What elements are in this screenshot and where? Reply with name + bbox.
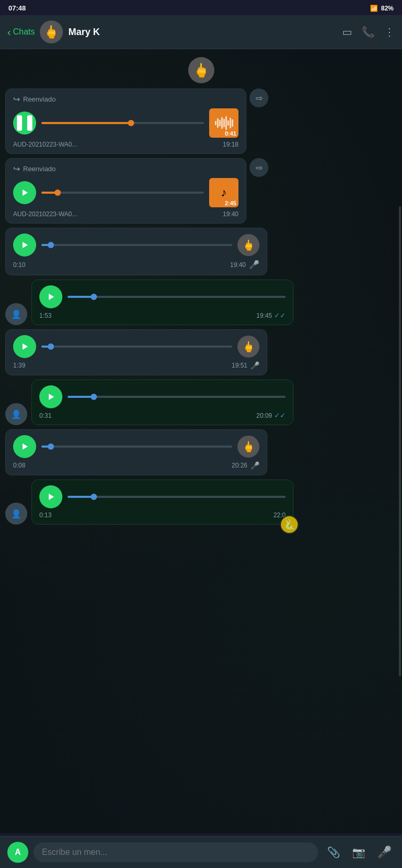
contact-name: Mary K <box>68 27 337 38</box>
signal-icon: 📶 <box>370 5 378 12</box>
forward-arrow-icon-1: ↪ <box>13 94 20 104</box>
audio-bubble-7: 🖕 0:08 20:26 🎤 <box>5 429 267 475</box>
menu-icon[interactable]: ⋮ <box>384 26 395 38</box>
progress-bar-6[interactable] <box>68 396 286 398</box>
mic-icon-7: 🎤 <box>251 461 259 470</box>
forwarded-label-2: ↪ Reenviado <box>13 164 238 174</box>
svg-rect-0 <box>17 115 22 130</box>
forward-icon-1: ⇨ <box>256 93 263 103</box>
contact-avatar-3: 🖕 <box>237 234 259 256</box>
progress-bar-5[interactable] <box>41 346 232 348</box>
audio-controls-2: ♪ 2:45 <box>13 178 238 207</box>
message-row-2: ↪ Reenviado ♪ 2:45 AUD-20210223-WA0... 1… <box>5 158 397 224</box>
msg-time-5: 19:51 <box>232 362 247 369</box>
progress-fill-4 <box>68 296 94 298</box>
progress-bar-2[interactable] <box>41 192 204 194</box>
msg-time-6: 20:09 <box>256 412 272 419</box>
file-name-1: AUD-20210223-WA0... <box>13 141 77 148</box>
voice-call-icon[interactable]: 📞 <box>362 26 375 38</box>
audio-bubble-8: 0:13 22:0 <box>31 480 294 525</box>
msg-time-7: 20:26 <box>232 462 247 469</box>
message-row-4: 👤 1:53 19:45 ✓✓ <box>5 280 397 325</box>
attach-icon: 📎 <box>327 846 340 859</box>
progress-fill-5 <box>41 346 51 348</box>
forward-button-1[interactable]: ⇨ <box>249 88 268 107</box>
thumb-duration-1: 0:41 <box>225 130 236 137</box>
progress-bar-1[interactable] <box>41 122 204 124</box>
play-button-7[interactable] <box>13 435 36 458</box>
duration-5: 1:39 <box>13 362 25 369</box>
play-button-4[interactable] <box>39 285 62 308</box>
progress-bar-8[interactable] <box>68 496 286 498</box>
video-call-icon[interactable]: ▭ <box>342 26 352 38</box>
progress-fill-2 <box>41 192 58 194</box>
play-button-5[interactable] <box>13 335 36 358</box>
progress-fill-1 <box>41 122 131 124</box>
msg-meta-1: AUD-20210223-WA0... 19:18 <box>13 141 238 148</box>
message-row-6: 👤 0:31 20:09 ✓✓ <box>5 380 397 425</box>
forward-button-2[interactable]: ⇨ <box>249 158 268 177</box>
waveform-visual-1 <box>215 115 233 131</box>
play-button-8[interactable] <box>39 485 62 508</box>
progress-bar-4[interactable] <box>68 296 286 298</box>
chat-top-avatar: 🖕 <box>5 57 397 83</box>
status-bar: 07:48 📶 82% <box>0 0 402 15</box>
attach-button[interactable]: 📎 <box>323 842 343 862</box>
sender-avatar-4: 👤 <box>5 303 27 325</box>
emoji-reaction-8: 🐍 <box>280 515 299 534</box>
audio-controls-1: 0:41 <box>13 108 238 138</box>
forwarded-text-2: Reenviado <box>23 165 56 173</box>
message-input[interactable] <box>34 842 318 862</box>
audio-bubble-2: ↪ Reenviado ♪ 2:45 AUD-20210223-WA0... 1… <box>5 158 246 224</box>
mic-button[interactable]: 🎤 <box>374 842 395 863</box>
msg-meta-7: 0:08 20:26 🎤 <box>13 461 259 470</box>
time-container-3: 19:40 🎤 <box>230 260 259 270</box>
back-button[interactable]: ‹ Chats <box>7 26 35 38</box>
play-button-2[interactable] <box>13 181 36 204</box>
audio-controls-7: 🖕 <box>13 435 259 458</box>
back-label[interactable]: Chats <box>13 27 35 37</box>
duration-3: 0:10 <box>13 261 25 269</box>
svg-marker-8 <box>49 494 54 500</box>
play-button-3[interactable] <box>13 233 36 257</box>
camera-button[interactable]: 📷 <box>349 842 368 862</box>
svg-marker-7 <box>23 443 28 450</box>
sender-avatar-6: 👤 <box>5 403 27 425</box>
msg-meta-6: 0:31 20:09 ✓✓ <box>39 411 286 419</box>
audio-controls-3: 🖕 <box>13 233 259 257</box>
msg-meta-4: 1:53 19:45 ✓✓ <box>39 311 286 319</box>
audio-thumbnail-1: 0:41 <box>209 108 238 138</box>
progress-bar-7[interactable] <box>41 446 232 448</box>
play-button-6[interactable] <box>39 385 62 408</box>
contact-avatar-emoji: 🖕 <box>44 25 59 39</box>
progress-fill-6 <box>68 396 94 398</box>
svg-marker-2 <box>23 190 28 196</box>
thumb-duration-2: 2:45 <box>225 200 236 206</box>
contact-avatar[interactable]: 🖕 <box>40 20 63 43</box>
audio-thumbnail-2: ♪ 2:45 <box>209 178 238 207</box>
pause-button-1[interactable] <box>13 112 36 135</box>
audio-bubble-6: 0:31 20:09 ✓✓ <box>31 380 294 425</box>
time-container-4: 19:45 ✓✓ <box>256 311 286 319</box>
chat-top-avatar-img: 🖕 <box>188 57 214 83</box>
msg-8-wrapper: 0:13 22:0 🐍 <box>31 480 294 525</box>
chat-header: ‹ Chats 🖕 Mary K ▭ 📞 ⋮ <box>0 15 402 49</box>
message-row-8: 👤 0:13 22:0 🐍 <box>5 480 397 525</box>
msg-time-1: 19:18 <box>223 141 238 148</box>
duration-6: 0:31 <box>39 412 51 419</box>
svg-marker-4 <box>49 294 54 300</box>
status-time: 07:48 <box>8 4 26 12</box>
progress-bar-3[interactable] <box>41 244 232 246</box>
sticker-button[interactable]: A <box>7 842 28 863</box>
message-row-7: 🖕 0:08 20:26 🎤 <box>5 429 397 475</box>
forward-icon-2: ⇨ <box>256 163 263 173</box>
msg-meta-5: 1:39 19:51 🎤 <box>13 361 259 370</box>
music-note-icon: ♪ <box>221 186 227 199</box>
forward-arrow-icon-2: ↪ <box>13 164 20 174</box>
time-container-6: 20:09 ✓✓ <box>256 411 286 419</box>
camera-icon: 📷 <box>352 846 365 859</box>
audio-controls-5: 🖕 <box>13 335 259 358</box>
msg-meta-8: 0:13 22:0 <box>39 511 286 519</box>
svg-marker-5 <box>23 343 28 350</box>
svg-marker-3 <box>23 242 28 248</box>
